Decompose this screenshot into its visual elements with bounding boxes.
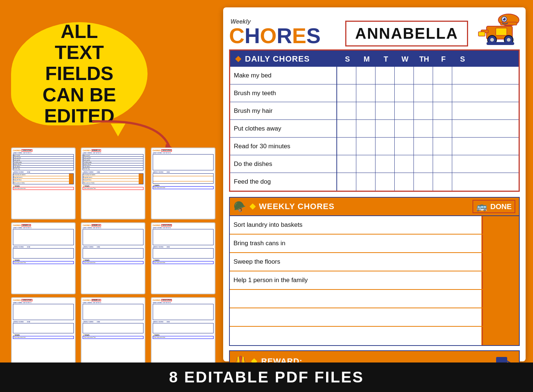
thumb-item-3: CHORES CHRISTOPHER ◆ DAILY CHORES S M T … bbox=[151, 148, 215, 219]
day-cell bbox=[356, 173, 375, 191]
thumb-item-1: CHORES CHRISTOPHER ◆ DAILY CHORES S M T … bbox=[11, 148, 76, 219]
day-cell bbox=[395, 102, 414, 119]
chore-name-2: Brush my teeth bbox=[230, 84, 337, 102]
chore-name-4: Put clothes away bbox=[230, 120, 337, 137]
svg-point-11 bbox=[507, 38, 510, 42]
day-cell bbox=[375, 67, 395, 84]
day-cell bbox=[356, 67, 375, 84]
day-header-f: F bbox=[434, 55, 453, 63]
day-cell bbox=[452, 84, 471, 102]
weekly-done-cell-2 bbox=[482, 235, 519, 252]
left-promo-area: ALL TEXT FIELDS CAN BE EDITED bbox=[11, 22, 151, 125]
day-cell bbox=[375, 173, 395, 191]
thumb-item-5: CHORES ANNABELLA ◆ DAILY CHORES S M T W … bbox=[81, 222, 145, 294]
day-cell bbox=[414, 173, 433, 191]
day-cell bbox=[356, 84, 375, 102]
day-cell bbox=[375, 102, 395, 119]
svg-rect-15 bbox=[235, 56, 242, 62]
hard-hat-icon: 🪖 bbox=[233, 201, 246, 213]
day-cell bbox=[414, 120, 433, 137]
chart-title-row: Weekly C H O R E S ANNABELLA bbox=[229, 13, 520, 46]
day-cell bbox=[337, 173, 356, 191]
weekly-row-7 bbox=[230, 327, 519, 345]
chore-days-7 bbox=[337, 173, 519, 191]
weekly-row-1: Sort laundry into baskets bbox=[230, 216, 519, 235]
day-cell bbox=[452, 102, 471, 119]
chore-name-5: Read for 30 minutes bbox=[230, 138, 337, 155]
day-cell bbox=[452, 67, 471, 84]
weekly-chore-name-4: Help 1 person in the family bbox=[230, 271, 482, 289]
day-cell bbox=[356, 120, 375, 137]
day-cell bbox=[395, 84, 414, 102]
day-cell bbox=[414, 102, 433, 119]
daily-section-label-cell: DAILY CHORES bbox=[231, 52, 338, 66]
day-header-th: TH bbox=[415, 55, 434, 63]
chore-name-3: Brush my hair bbox=[230, 102, 337, 119]
chore-name-6: Do the dishes bbox=[230, 155, 337, 173]
day-cell bbox=[356, 138, 375, 155]
thumb-item-2: CHORES ANNABELLA ◆ DAILY CHORES S M T W … bbox=[81, 148, 145, 219]
thumb-item-7: CHORES CHRISTOPHER ◆ DAILY CHORES S M T … bbox=[11, 297, 76, 369]
weekly-done-cell-7 bbox=[482, 327, 519, 345]
weekly-label-text: WEEKLY CHORES bbox=[259, 202, 335, 211]
chore-days-2 bbox=[337, 84, 519, 102]
day-cell bbox=[414, 84, 433, 102]
daily-grid-header: DAILY CHORES S M T W TH F S bbox=[230, 51, 519, 67]
main-chore-chart: Weekly C H O R E S ANNABELLA bbox=[223, 7, 526, 361]
day-cell bbox=[356, 102, 375, 119]
chore-row-3: Brush my hair bbox=[230, 102, 519, 120]
svg-rect-13 bbox=[478, 32, 485, 36]
daily-label: DAILY CHORES bbox=[245, 54, 310, 64]
day-cell bbox=[337, 67, 356, 84]
day-cell bbox=[433, 138, 452, 155]
day-cell bbox=[395, 138, 414, 155]
svg-rect-7 bbox=[496, 28, 507, 35]
weekly-done-cell-5 bbox=[482, 290, 519, 308]
day-cell bbox=[395, 120, 414, 137]
weekly-row-5 bbox=[230, 290, 519, 308]
chore-row-4: Put clothes away bbox=[230, 120, 519, 138]
day-cell bbox=[337, 155, 356, 173]
name-box[interactable]: ANNABELLA bbox=[345, 21, 468, 46]
day-cell bbox=[375, 84, 395, 102]
chore-row-7: Feed the dog bbox=[230, 173, 519, 191]
weekly-row-2: Bring trash cans in bbox=[230, 235, 519, 253]
weekly-done-header: 🚌 DONE bbox=[473, 200, 515, 213]
svg-point-5 bbox=[503, 18, 504, 19]
chore-name-1: Make my bed bbox=[230, 67, 337, 84]
day-cell bbox=[337, 84, 356, 102]
weekly-chore-name-5 bbox=[230, 290, 482, 308]
weekly-chore-name-3: Sweep the floors bbox=[230, 253, 482, 271]
day-cell bbox=[433, 84, 452, 102]
diamond-icon-weekly bbox=[249, 203, 256, 210]
svg-rect-14 bbox=[487, 42, 514, 45]
svg-point-9 bbox=[490, 38, 494, 42]
chore-days-4 bbox=[337, 120, 519, 137]
day-cell bbox=[433, 120, 452, 137]
weekly-row-6 bbox=[230, 308, 519, 327]
truck-illustration bbox=[475, 13, 520, 46]
day-header-m: M bbox=[357, 55, 376, 63]
chore-days-5 bbox=[337, 138, 519, 155]
day-cell bbox=[395, 67, 414, 84]
thumbnail-grid: CHORES CHRISTOPHER ◆ DAILY CHORES S M T … bbox=[7, 144, 221, 373]
day-cell bbox=[375, 138, 395, 155]
weekly-chore-name-2: Bring trash cans in bbox=[230, 235, 482, 252]
day-headers: S M T W TH F S bbox=[338, 55, 518, 63]
chore-row-1: Make my bed bbox=[230, 67, 519, 84]
weekly-done-cell-6 bbox=[482, 308, 519, 326]
day-header-w: W bbox=[395, 55, 415, 63]
day-cell bbox=[414, 67, 433, 84]
chore-days-1 bbox=[337, 67, 519, 84]
day-cell bbox=[433, 173, 452, 191]
daily-chores-section: DAILY CHORES S M T W TH F S Make my bed bbox=[229, 49, 520, 192]
day-cell bbox=[414, 155, 433, 173]
day-header-s2: S bbox=[453, 55, 472, 63]
speech-bubble: ALL TEXT FIELDS CAN BE EDITED bbox=[11, 22, 148, 125]
weekly-done-cell-4 bbox=[482, 271, 519, 289]
weekly-done-cell-3 bbox=[482, 253, 519, 271]
chore-days-3 bbox=[337, 102, 519, 119]
day-cell bbox=[375, 155, 395, 173]
done-label: DONE bbox=[490, 202, 512, 211]
day-cell bbox=[337, 102, 356, 119]
